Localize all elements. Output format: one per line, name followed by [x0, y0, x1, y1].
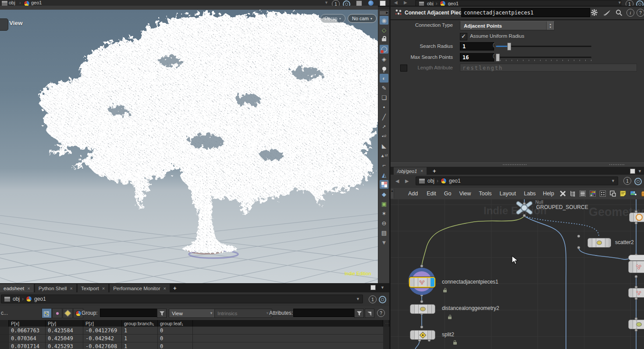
axis-display-tool[interactable]: ✶: [380, 209, 388, 218]
pane-maximize-icon[interactable]: [370, 285, 376, 290]
panel-display-icon[interactable]: [380, 0, 386, 6]
table-row[interactable]: 0.070364 0.425049 -0.042942 1 0: [0, 335, 389, 342]
magnifier-icon[interactable]: [616, 9, 623, 16]
breadcrumb-context[interactable]: obj: [427, 1, 434, 6]
close-icon[interactable]: ×: [164, 286, 166, 291]
column-header[interactable]: P[x]: [9, 320, 46, 327]
node-name-label[interactable]: connectadjacentpieces1: [442, 279, 498, 285]
slider-handle[interactable]: [507, 43, 511, 50]
light-tool[interactable]: [380, 64, 388, 73]
tab-python-shell[interactable]: Python Shell×: [35, 284, 76, 292]
cell-branch[interactable]: 1: [122, 335, 158, 342]
cell-py[interactable]: 0.425049: [46, 335, 83, 342]
network-tab[interactable]: /obj/geo1 ×: [394, 167, 427, 175]
view-radial-menu-icon[interactable]: [0, 18, 8, 31]
attributes-filter-button[interactable]: [354, 309, 364, 318]
gear-icon[interactable]: [591, 9, 598, 16]
close-icon[interactable]: ×: [420, 169, 423, 173]
tab-spreadsheet[interactable]: eadsheet×: [0, 284, 34, 292]
column-header[interactable]: group:leaf₁: [158, 320, 193, 327]
node-partial-right[interactable]: [628, 255, 644, 261]
link-badge[interactable]: 1: [623, 177, 631, 185]
palette-stow-icon[interactable]: ▲: [391, 189, 394, 198]
cell-leaf[interactable]: 0: [158, 327, 193, 335]
cell-pz[interactable]: -0.042942: [83, 335, 122, 342]
list-view-icon[interactable]: [580, 191, 586, 197]
cell-pz[interactable]: -0.0412769: [83, 327, 122, 335]
scrollbar-grip[interactable]: ···: [383, 320, 389, 327]
ladder-handle[interactable]: (: [493, 53, 495, 58]
viewport-3d[interactable]: View Persp▾ No cam▾ Indie Edition: [0, 10, 378, 283]
splitter-grip[interactable]: [609, 164, 625, 166]
toolbar-scroll-down[interactable]: ▼: [380, 238, 388, 247]
attributes-input[interactable]: [293, 309, 357, 317]
node-partial-right[interactable]: [628, 288, 644, 298]
breadcrumb-context[interactable]: obj: [13, 296, 20, 302]
forward-icon[interactable]: ▶: [405, 178, 409, 184]
scrollbar-track[interactable]: [383, 342, 389, 349]
prim-hull-tool[interactable]: ◭: [380, 170, 388, 179]
breadcrumb-context[interactable]: obj: [427, 178, 434, 184]
viewport-view-label[interactable]: View: [9, 20, 23, 26]
group-input[interactable]: [100, 309, 160, 317]
tab-performance-monitor[interactable]: Performance Monitor×: [110, 284, 170, 292]
select-tool[interactable]: ◇: [380, 25, 388, 34]
menu-go[interactable]: Go: [442, 190, 453, 198]
tree-view-icon[interactable]: [570, 191, 576, 197]
column-header[interactable]: group:branch₁: [122, 320, 158, 327]
node-scatter2[interactable]: [587, 238, 611, 248]
cell-py[interactable]: 0.425293: [46, 342, 83, 349]
prim-normal-tool[interactable]: ◣: [380, 141, 388, 150]
search-radius-input[interactable]: [460, 42, 494, 50]
back-icon[interactable]: ◀: [394, 0, 398, 5]
node-partial-right[interactable]: [628, 320, 644, 329]
node-name-label[interactable]: GROUPED_SOURCE: [536, 204, 588, 210]
path-dropdown-icon[interactable]: ▼: [324, 0, 328, 5]
column-header[interactable]: P[z]: [83, 320, 122, 327]
chevron-down-icon[interactable]: ▼: [356, 297, 360, 301]
spreadsheet-breadcrumb[interactable]: obj › geo1 ▼: [1, 295, 363, 303]
info-display-tool[interactable]: ⊖: [380, 219, 388, 227]
breadcrumb-node[interactable]: geo1: [31, 0, 42, 5]
group-display-tool[interactable]: ▣: [380, 199, 388, 208]
max-points-input[interactable]: [460, 53, 494, 61]
points-mode-button[interactable]: [42, 308, 52, 318]
lock-icon[interactable]: [380, 35, 388, 44]
pose-tool[interactable]: ◈: [380, 54, 388, 63]
point-display-tool[interactable]: •: [380, 103, 388, 112]
cell-px[interactable]: 0.070364: [9, 335, 46, 342]
material-tool[interactable]: ◐: [380, 74, 388, 83]
menu-labs[interactable]: Labs: [522, 190, 537, 198]
ladder-handle[interactable]: (: [493, 42, 495, 47]
close-icon[interactable]: ×: [27, 286, 30, 291]
sticky-note-icon[interactable]: [620, 191, 626, 197]
pane-maximize-icon[interactable]: [630, 169, 635, 174]
network-canvas[interactable]: Indie Edition Geometry: [391, 199, 644, 349]
cell-py[interactable]: 0.423584: [46, 327, 83, 335]
grid-snap-icon[interactable]: [600, 191, 606, 197]
uniform-radius-checkbox[interactable]: ✓: [460, 33, 467, 40]
node-partial-right[interactable]: [628, 261, 644, 273]
row-number-header[interactable]: [0, 320, 9, 327]
chevron-down-icon[interactable]: ▼: [611, 179, 615, 183]
comment-button[interactable]: [365, 309, 374, 318]
cell-branch[interactable]: 1: [122, 327, 158, 335]
add-tab-button[interactable]: +: [173, 285, 177, 291]
cell-leaf[interactable]: 0: [158, 335, 193, 342]
cell-leaf[interactable]: 0: [158, 342, 193, 349]
add-tab-button[interactable]: +: [433, 168, 436, 174]
help-icon[interactable]: ?: [377, 309, 385, 317]
search-radius-slider[interactable]: [496, 42, 593, 50]
length-attr-field[interactable]: restlength: [460, 64, 637, 72]
primitives-mode-button[interactable]: [63, 308, 73, 318]
group-filter-button[interactable]: [157, 309, 167, 318]
cell-px[interactable]: 0.0701714: [9, 342, 46, 349]
intrinsics-select[interactable]: Intrinsics▼: [214, 309, 272, 318]
vertices-mode-button[interactable]: [52, 308, 62, 318]
row-number-cell[interactable]: [0, 335, 9, 342]
point-number-tool[interactable]: •¹²: [380, 132, 388, 140]
breadcrumb-node[interactable]: geo1: [449, 178, 461, 184]
menu-edit[interactable]: Edit: [425, 190, 438, 198]
view-mode-tool[interactable]: ◉: [380, 16, 388, 25]
toolbar-scroll-button[interactable]: ▶: [379, 11, 389, 15]
